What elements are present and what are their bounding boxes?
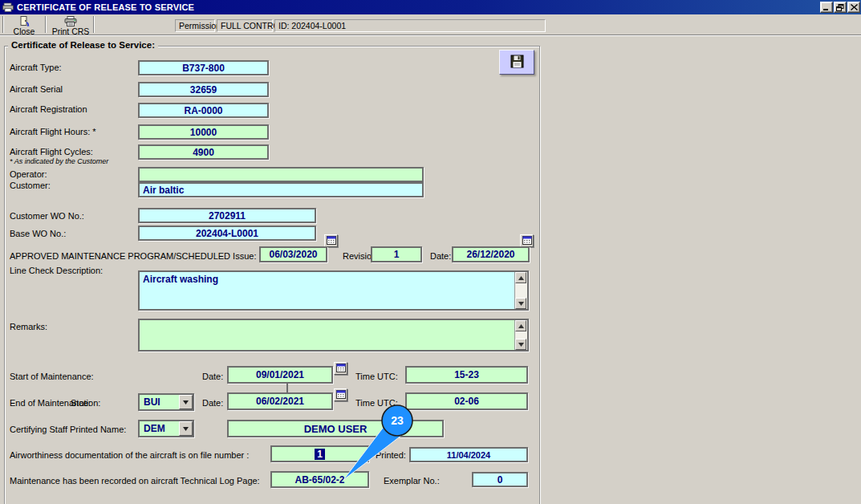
line-check-scrollbar[interactable]: [514, 272, 527, 309]
amp-issue-calendar-button[interactable]: [324, 234, 338, 247]
remarks-label: Remarks:: [10, 322, 47, 331]
start-date-calendar-button[interactable]: [334, 362, 347, 375]
amp-issue-field[interactable]: 06/03/2020: [259, 246, 327, 262]
minimize-button[interactable]: [820, 2, 833, 13]
printer-icon: [64, 16, 77, 26]
aircraft-registration-label: Aircraft Registration: [10, 104, 87, 114]
operator-label: Operator:: [10, 169, 47, 179]
certifying-code-combobox[interactable]: DEM: [138, 420, 194, 437]
base-wo-label: Base WO No.:: [10, 229, 66, 238]
end-date-calendar-button[interactable]: [334, 388, 347, 401]
certifying-name-field[interactable]: DEMO USER: [227, 420, 444, 437]
id-panel: ID: 202404-L0001: [274, 19, 546, 32]
exemplar-field[interactable]: 0: [472, 472, 528, 487]
calendar-icon: [336, 363, 346, 375]
close-button[interactable]: Close: [6, 15, 42, 34]
scroll-up-button[interactable]: [515, 272, 526, 283]
station-label: Station:: [71, 398, 100, 408]
start-time-field[interactable]: 15-23: [405, 366, 528, 384]
toolbar-separator: [2, 16, 4, 33]
end-date-label: Date:: [202, 398, 223, 408]
flight-cycles-label: Aircraft Flight Cycles:: [10, 147, 93, 156]
calendar-icon: [327, 235, 336, 247]
base-wo-field[interactable]: 202404-L0001: [138, 226, 316, 241]
close-window-button[interactable]: [847, 2, 860, 13]
scroll-down-button[interactable]: [515, 298, 526, 309]
techlog-page-field[interactable]: AB-65/02-2: [270, 471, 369, 488]
customer-wo-label: Customer WO No.:: [10, 211, 84, 221]
toolbar-separator: [45, 16, 47, 33]
permission-value-panel: FULL CONTROL: [217, 19, 273, 32]
flight-hours-label: Aircraft Flight Hours: *: [10, 127, 96, 136]
revision-field[interactable]: 1: [371, 246, 422, 262]
flight-cycles-field[interactable]: 4900: [138, 144, 269, 160]
exit-door-icon: [18, 16, 30, 26]
operator-field[interactable]: [138, 167, 424, 182]
group-title: Certificate of Release to Service:: [8, 40, 158, 50]
amp-label: APPROVED MAINTENANCE PROGRAM/SCHEDULED I…: [10, 251, 256, 261]
printed-label: Printed:: [376, 450, 406, 460]
aircraft-type-field[interactable]: B737-800: [138, 60, 269, 75]
customer-footnote: * As indicated by the Customer: [10, 157, 108, 165]
app-icon: [2, 2, 14, 12]
calendar-icon: [336, 389, 346, 401]
window-title: CERTIFICATE OF RELEASE TO SERVICE: [17, 2, 194, 12]
exemplar-label: Exemplar No.:: [384, 476, 440, 486]
selected-text: 1: [315, 449, 325, 460]
permission-label-panel: Permission:: [175, 19, 215, 32]
restore-button[interactable]: [834, 2, 847, 13]
title-bar: CERTIFICATE OF RELEASE TO SERVICE: [0, 0, 861, 14]
toolbar-divider: [0, 35, 861, 36]
printed-date-field[interactable]: 11/04/2024: [409, 447, 528, 462]
airworthiness-label: Airworthiness documentation of the aircr…: [10, 450, 249, 460]
remarks-scrollbar[interactable]: [514, 320, 527, 350]
chevron-down-icon[interactable]: [179, 421, 193, 436]
station-combobox[interactable]: BUI: [138, 393, 194, 411]
flight-hours-field[interactable]: 10000: [138, 124, 269, 140]
aircraft-registration-field[interactable]: RA-0000: [138, 103, 269, 118]
customer-wo-field[interactable]: 2702911: [138, 208, 316, 223]
aircraft-serial-field[interactable]: 32659: [138, 82, 269, 97]
line-check-label: Line Check Description:: [10, 266, 103, 275]
chevron-down-icon[interactable]: [179, 395, 193, 409]
airworthiness-file-field[interactable]: 1: [270, 445, 369, 462]
scroll-up-button[interactable]: [515, 320, 526, 331]
save-button[interactable]: [499, 50, 534, 75]
floppy-disk-icon: [510, 55, 524, 71]
aircraft-type-label: Aircraft Type:: [10, 63, 62, 72]
end-date-field[interactable]: 06/02/2021: [227, 392, 333, 410]
start-date-label: Date:: [202, 372, 223, 381]
print-crs-button[interactable]: Print CRS: [50, 15, 91, 34]
end-time-label: Time UTC:: [355, 398, 398, 408]
amp-date-calendar-button[interactable]: [520, 234, 534, 247]
line-check-textarea[interactable]: Aircraft washing: [138, 270, 529, 311]
aircraft-serial-label: Aircraft Serial: [10, 84, 63, 94]
customer-field[interactable]: Air baltic: [138, 182, 424, 197]
customer-label: Customer:: [10, 181, 51, 190]
amp-date-field[interactable]: 26/12/2020: [452, 246, 530, 262]
remarks-textarea[interactable]: [138, 319, 529, 352]
scroll-down-button[interactable]: [515, 339, 526, 350]
certifying-staff-label: Certifying Staff Printed Name:: [10, 425, 126, 434]
start-time-label: Time UTC:: [355, 372, 398, 381]
toolbar-separator: [93, 16, 95, 33]
start-maintenance-label: Start of Maintenance:: [10, 372, 94, 381]
end-time-field[interactable]: 02-06: [405, 392, 528, 410]
crs-window: CERTIFICATE OF RELEASE TO SERVICE Close …: [0, 0, 861, 504]
start-date-field[interactable]: 09/01/2021: [227, 366, 333, 384]
calendar-icon: [522, 235, 532, 247]
amp-date-label: Date:: [430, 251, 451, 261]
techlog-label: Maintenance has been recorded on aircraf…: [10, 476, 260, 486]
